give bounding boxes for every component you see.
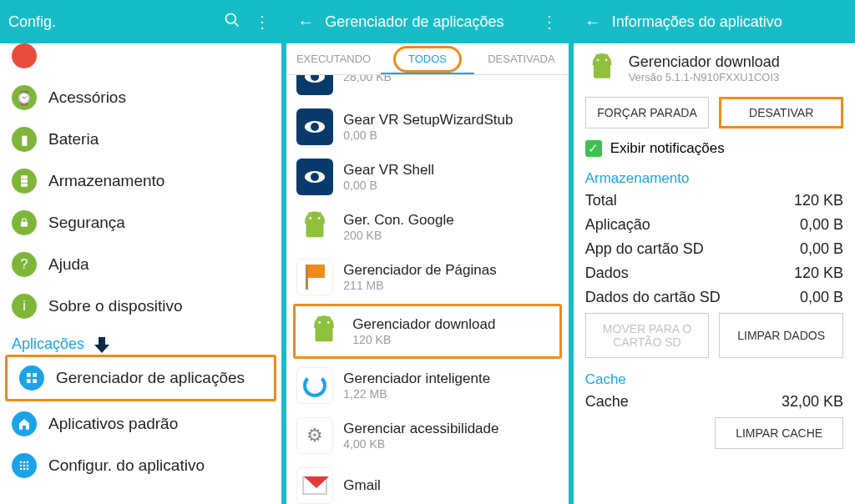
app-row[interactable]: Gear VR Shell 0,00 B	[286, 152, 568, 202]
tab-label: TODOS	[408, 53, 447, 65]
tabs: EXECUTANDO TODOS DESATIVADA	[286, 43, 568, 75]
app-row[interactable]: Gmail	[286, 461, 568, 504]
kv-key: App do cartão SD	[585, 240, 704, 258]
clear-data-button[interactable]: LIMPAR DADOS	[719, 313, 843, 358]
list-item[interactable]: i Sobre o dispositivo	[0, 285, 281, 327]
app-size: 211 MB	[343, 279, 496, 292]
header: Config. ⋮	[0, 0, 281, 43]
more-icon[interactable]: ⋮	[251, 12, 273, 32]
app-name: Gerenciador download	[352, 316, 495, 333]
app-row[interactable]: ⚙ Gerenciar acessibilidade 4,00 KB	[286, 411, 568, 461]
app-name: Gear VR SetupWizardStub	[343, 112, 513, 129]
svg-rect-5	[21, 222, 28, 227]
storage-buttons: MOVER PARA O CARTÃO SD LIMPAR DADOS	[574, 310, 855, 366]
app-row-download-manager[interactable]: Gerenciador download 120 KB	[293, 304, 561, 359]
back-icon[interactable]: ←	[582, 13, 604, 32]
watch-icon: ⌚	[12, 85, 37, 110]
svg-rect-21	[306, 223, 324, 238]
list-item-label: Bateria	[48, 130, 99, 149]
app-size: 1,22 MB	[343, 387, 490, 401]
action-buttons: FORÇAR PARADA DESATIVAR	[574, 93, 855, 137]
app-name: Gerenciador download	[629, 53, 780, 71]
list-item[interactable]	[0, 43, 281, 77]
svg-point-25	[596, 59, 599, 62]
app-name: Gear VR Shell	[343, 162, 434, 179]
cache-row: Cache 32,00 KB	[574, 390, 855, 414]
app-list[interactable]: 28,00 KB Gear VR SetupWizardStub 0,00 B …	[286, 75, 568, 504]
list-item[interactable]: Armazenamento	[0, 160, 281, 202]
kv-val: 32,00 KB	[782, 393, 843, 411]
section-label-apps: Aplicações	[0, 327, 281, 353]
app-icon	[296, 108, 333, 145]
notifications-toggle[interactable]: ✓ Exibir notificações	[574, 137, 855, 165]
disable-button[interactable]: DESATIVAR	[719, 97, 843, 129]
battery-icon: ▮	[12, 127, 37, 152]
kv-val: 0,00 B	[800, 240, 843, 258]
svg-point-14	[23, 465, 26, 467]
android-icon	[585, 52, 619, 85]
list-item[interactable]: Configur. do aplicativo	[0, 445, 281, 486]
more-icon[interactable]: ⋮	[539, 12, 560, 32]
tab-all[interactable]: TODOS	[381, 43, 474, 74]
gmail-icon	[296, 467, 333, 504]
gear-icon: ⚙	[296, 417, 333, 454]
kv-key: Dados	[585, 265, 629, 282]
list-item-label: Acessórios	[48, 88, 126, 107]
svg-rect-7	[33, 373, 37, 377]
force-stop-button[interactable]: FORÇAR PARADA	[585, 97, 710, 129]
svg-point-12	[27, 461, 29, 464]
android-icon	[296, 209, 333, 245]
page-title: Config.	[8, 13, 213, 31]
app-row[interactable]: Gerenciador inteligente 1,22 MB	[286, 360, 568, 411]
kv-val: 120 KB	[794, 192, 843, 209]
tab-running[interactable]: EXECUTANDO	[286, 43, 380, 74]
app-icon	[296, 159, 333, 195]
kv-key: Cache	[585, 393, 629, 411]
app-header: Gerenciador download Versão 5.1.1-N910FX…	[574, 43, 855, 93]
list-item[interactable]: ? Ajuda	[0, 244, 281, 285]
list-item-label: Aplicativos padrão	[48, 415, 178, 433]
kv-key: Aplicação	[585, 216, 650, 234]
svg-rect-8	[27, 379, 31, 383]
app-size: 0,00 B	[343, 129, 513, 142]
app-icon	[296, 75, 333, 95]
app-row[interactable]: 28,00 KB	[286, 75, 568, 102]
app-size: 4,00 KB	[343, 437, 498, 451]
settings-panel: Config. ⋮ ⌚ Acessórios ▮ Bateria Armazen…	[0, 0, 281, 504]
settings-list: ⌚ Acessórios ▮ Bateria Armazenamento Seg…	[0, 43, 281, 504]
app-name: Gerenciador de Páginas	[343, 262, 496, 279]
svg-line-1	[235, 22, 239, 26]
flag-icon	[296, 259, 333, 295]
storage-row: Aplicação 0,00 B	[574, 213, 855, 237]
back-icon[interactable]: ←	[295, 13, 316, 32]
list-item-label: Ajuda	[48, 255, 89, 274]
page-title: Informações do aplicativo	[612, 13, 847, 31]
list-item[interactable]: Segurança	[0, 202, 281, 244]
search-icon[interactable]	[221, 12, 243, 33]
app-row[interactable]: Gerenciador de Páginas 211 MB	[286, 252, 568, 302]
grid-icon	[19, 365, 44, 391]
list-item-label: Armazenamento	[48, 172, 164, 190]
list-item[interactable]: ⌚ Acessórios	[0, 77, 281, 118]
svg-point-19	[310, 217, 312, 219]
svg-rect-24	[316, 327, 333, 342]
kv-key: Dados do cartão SD	[585, 289, 721, 306]
tab-disabled[interactable]: DESATIVADA	[474, 43, 568, 74]
svg-point-17	[23, 468, 26, 471]
svg-point-22	[319, 321, 321, 324]
app-row[interactable]: Ger. Con. Google 200 KB	[286, 202, 568, 252]
info-icon: i	[12, 294, 37, 319]
section-label-text: Aplicações	[12, 335, 84, 353]
clear-cache-button[interactable]: LIMPAR CACHE	[715, 417, 843, 449]
app-size: 120 KB	[352, 333, 495, 346]
list-item-app-manager[interactable]: Gerenciador de aplicações	[5, 355, 276, 401]
app-size: 200 KB	[343, 229, 453, 242]
list-item-label: Gerenciador de aplicações	[56, 369, 245, 387]
svg-point-11	[23, 461, 26, 464]
app-row[interactable]: Gear VR SetupWizardStub 0,00 B	[286, 102, 568, 152]
android-icon	[306, 313, 342, 350]
svg-point-0	[226, 13, 236, 23]
list-item[interactable]: Aplicativos padrão	[0, 403, 281, 445]
storage-icon	[12, 169, 37, 194]
list-item[interactable]: ▮ Bateria	[0, 118, 281, 160]
